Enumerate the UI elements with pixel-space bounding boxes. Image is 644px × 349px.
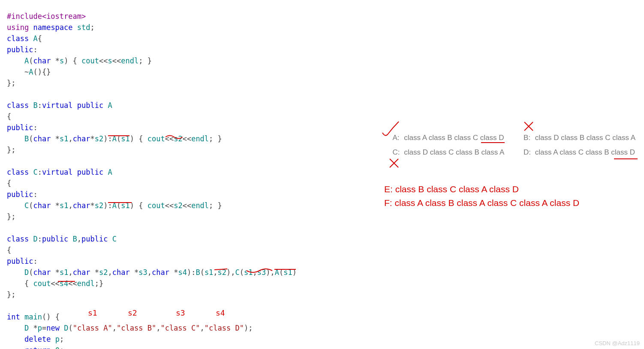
dtor-a: A (29, 68, 33, 76)
choice-e: E: class B class C class A class D (384, 184, 519, 194)
choice-d-text: class A class C class B class D (535, 148, 635, 156)
class-c: C (33, 168, 37, 176)
check-mark-a (380, 120, 401, 141)
keyword-virtual: virtual (42, 101, 73, 110)
x-mark-b (523, 121, 534, 132)
string-class-c: "class C" (160, 324, 200, 332)
keyword-namespace: namespace (33, 23, 72, 32)
label-s1: s1 (88, 308, 97, 317)
type-int: int (7, 313, 20, 321)
choice-a-text: class A class B class C class D (404, 134, 504, 142)
choice-d-label: D: (524, 148, 533, 157)
keyword-public: public (7, 45, 33, 54)
class-b: B (33, 101, 37, 110)
keyword-using: using (7, 23, 29, 32)
preprocessor: #include (7, 12, 42, 21)
label-s3: s3 (176, 308, 185, 317)
ctor-b: B (24, 134, 29, 143)
keyword-class: class (7, 235, 29, 243)
choice-c-label: C: (392, 148, 402, 157)
watermark: CSDN @Adz1119 (595, 340, 640, 346)
keyword-delete: delete (24, 335, 51, 343)
fn-main: main (24, 313, 42, 321)
identifier-std: std (77, 23, 90, 32)
ctor-a: A (24, 57, 29, 65)
type-char: char (33, 57, 51, 65)
class-a: A (33, 34, 37, 43)
choice-b-text: class D class B class C class A (535, 134, 635, 142)
underline-s4 (58, 281, 75, 282)
keyword-class: class (7, 34, 29, 43)
squiggle-s3-d (247, 269, 272, 274)
code-block: #include<iostream> using namespace std; … (7, 11, 297, 349)
underline-a-s1-c (108, 202, 132, 203)
choice-b-label: B: (524, 134, 533, 142)
keyword-new: new (46, 324, 60, 332)
keyword-class: class (7, 101, 29, 110)
underline-a-s1-b (108, 135, 129, 136)
underline-class-d-choice-d (614, 158, 638, 159)
keyword-public: public (77, 101, 103, 110)
library: <iostream> (42, 12, 86, 21)
label-s2: s2 (128, 308, 137, 317)
choice-c-text: class D class C class B class A (404, 148, 504, 156)
string-class-d: "class D" (205, 324, 244, 332)
keyword-public: public (7, 123, 33, 132)
answer-choices: A: class A class B class C class D B: cl… (392, 134, 635, 163)
class-d: D (33, 235, 37, 243)
underline-a-s1-d (274, 269, 296, 270)
ctor-c: C (24, 201, 29, 210)
x-mark-c (388, 158, 400, 169)
keyword-return: return (24, 346, 51, 349)
label-s4: s4 (216, 308, 225, 317)
ctor-d: D (24, 268, 29, 277)
squiggle-s2-b (166, 135, 183, 140)
keyword-class: class (7, 168, 29, 176)
string-class-a: "class A" (73, 324, 112, 332)
choice-f: F: class A class B class A class C class… (384, 198, 579, 208)
underline-class-d-choice-a (481, 142, 505, 143)
string-class-b: "class B" (117, 324, 156, 332)
